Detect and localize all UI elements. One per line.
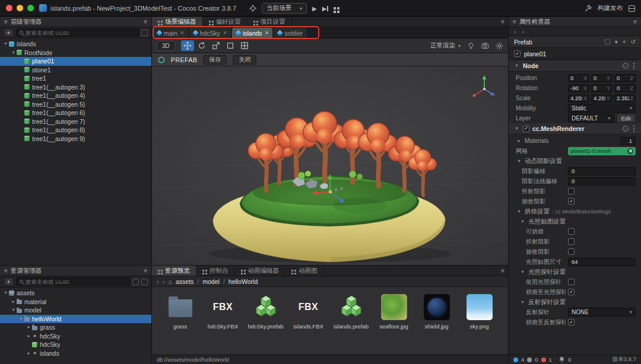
caret-expanded-icon[interactable]	[516, 209, 522, 214]
caret-collapsed-icon[interactable]	[516, 139, 522, 143]
hierarchy-search-input[interactable]	[26, 30, 135, 36]
assets-item-hdcSky[interactable]: hdcSky	[0, 340, 151, 349]
position-z-field[interactable]: 0Z	[614, 74, 636, 82]
lightmap-cast-checkbox[interactable]	[568, 238, 575, 245]
asset-hdcSky-prefab[interactable]: hdcSky.prefab	[246, 293, 285, 353]
assets-item-assets[interactable]: assets	[0, 289, 151, 298]
caret-expanded-icon[interactable]	[513, 63, 520, 68]
caret-collapsed-icon[interactable]	[10, 299, 17, 304]
warn-count-icon[interactable]	[527, 357, 532, 362]
scene-tab-soldier[interactable]: soldier	[274, 28, 307, 38]
menu-icon[interactable]	[144, 267, 147, 274]
tab-project-settings[interactable]: 项目设置	[247, 17, 292, 27]
component-enabled-checkbox[interactable]	[523, 126, 529, 132]
more-icon[interactable]	[633, 128, 635, 130]
reflection-probe-select[interactable]: NONE	[568, 308, 636, 317]
assets-item-helloWorld[interactable]: helloWorld	[0, 315, 151, 324]
hierarchy-item-plane01[interactable]: plane01	[0, 57, 151, 66]
assets-item-model[interactable]: model	[0, 306, 151, 315]
lightmap-section[interactable]: 光照贴图设置	[509, 216, 641, 226]
move-tool-icon[interactable]	[181, 40, 194, 51]
hierarchy-item-tree1-__autogen-4[interactable]: tree1(__autogen 4)	[0, 91, 151, 100]
caret-expanded-icon[interactable]	[519, 219, 526, 224]
assets-item-grass[interactable]: grass	[0, 323, 151, 332]
caret-expanded-icon[interactable]	[516, 159, 522, 164]
more-icon[interactable]	[633, 65, 635, 67]
hierarchy-item-tree1[interactable]: tree1	[0, 74, 151, 83]
hierarchy-item-tree1-__autogen-3[interactable]: tree1(__autogen 3)	[0, 83, 151, 92]
close-tab-icon[interactable]	[223, 30, 227, 36]
caret-expanded-icon[interactable]	[2, 290, 9, 295]
lightmap-size-field[interactable]: 64	[568, 258, 636, 266]
build-publish-button[interactable]: 构建发布	[598, 4, 623, 12]
caret-expanded-icon[interactable]	[10, 50, 17, 55]
menu-icon[interactable]	[501, 18, 504, 25]
node-section-header[interactable]: Node	[509, 60, 641, 72]
assets-item-hdcSky[interactable]: hdcSky	[0, 332, 151, 341]
help-icon[interactable]	[623, 63, 629, 69]
error-count-icon[interactable]	[541, 357, 546, 362]
materials-count-field[interactable]: 1	[620, 137, 636, 145]
filter-icon[interactable]	[141, 30, 148, 36]
hierarchy-item-tree1-__autogen-8[interactable]: tree1(__autogen 8)	[0, 126, 151, 135]
caret-collapsed-icon[interactable]	[26, 351, 32, 356]
lightbulb-icon[interactable]	[467, 42, 475, 50]
tab-animation-editor[interactable]: 动画编辑器	[235, 266, 286, 276]
caret-collapsed-icon[interactable]	[26, 334, 32, 339]
scene-tab-hdcSky[interactable]: hdcSky	[189, 28, 231, 38]
breadcrumb-segment[interactable]: model	[202, 278, 220, 285]
assets-item-islands[interactable]: islands	[0, 349, 151, 358]
caret-expanded-icon[interactable]	[18, 317, 24, 321]
scene-3d-render[interactable]	[152, 66, 508, 265]
hierarchy-item-tree1-__autogen-9[interactable]: tree1(__autogen 9)	[0, 135, 151, 143]
node-active-checkbox[interactable]	[514, 50, 521, 57]
help-icon[interactable]	[623, 126, 629, 132]
cast-shadow-checkbox[interactable]	[568, 188, 575, 194]
window-minimize-button[interactable]	[17, 5, 23, 11]
hierarchy-item-tree1-__autogen-6[interactable]: tree1(__autogen 6)	[0, 108, 151, 117]
position-x-field[interactable]: 0X	[568, 74, 589, 82]
rotation-z-field[interactable]: 0Z	[614, 84, 636, 92]
menu-icon[interactable]	[144, 18, 147, 25]
asset-seafloor-jpg[interactable]: seafloor.jpg	[374, 293, 414, 353]
tab-console[interactable]: 控制台	[196, 266, 235, 276]
close-tab-icon[interactable]	[180, 30, 184, 36]
asset-sky-png[interactable]: sky.png	[459, 293, 499, 353]
rotation-x-field[interactable]: -90X	[568, 84, 589, 92]
use-light-probe-checkbox[interactable]	[568, 279, 575, 285]
hierarchy-item-islands[interactable]: islands	[0, 40, 151, 49]
mobility-select[interactable]: Static	[568, 104, 636, 113]
tab-animation-graph[interactable]: 动画图	[285, 266, 324, 276]
breadcrumb-segment[interactable]: assets	[176, 278, 193, 285]
menu-icon[interactable]	[501, 267, 504, 274]
render-mode-select[interactable]: 正常渲染	[430, 41, 461, 50]
scale-y-field[interactable]: 4.2596Y	[591, 94, 613, 103]
bake-to-light-probe-checkbox[interactable]	[568, 289, 575, 295]
tab-assets-preview[interactable]: 资源预览	[152, 266, 196, 276]
rotation-y-field[interactable]: 0Y	[591, 84, 613, 92]
caret-expanded-icon[interactable]	[10, 308, 17, 312]
hierarchy-item-tree1-__autogen-5[interactable]: tree1(__autogen 5)	[0, 100, 151, 109]
step-frame-button[interactable]	[322, 5, 329, 12]
scene-tab-main[interactable]: main	[153, 28, 188, 38]
prefab-close-button[interactable]: 关闭	[233, 55, 256, 65]
add-icon[interactable]	[623, 39, 626, 45]
asset-grass[interactable]: grass	[160, 293, 200, 353]
reflection-probe-section[interactable]: 反射探针设置	[509, 297, 641, 307]
caret-expanded-icon[interactable]	[2, 41, 9, 46]
info-count-icon[interactable]	[513, 357, 518, 362]
caret-collapsed-icon[interactable]	[26, 325, 32, 330]
history-back-icon[interactable]	[514, 28, 516, 35]
refresh-icon[interactable]	[132, 279, 139, 285]
rect-tool-icon[interactable]	[224, 40, 237, 51]
position-y-field[interactable]: 0Y	[591, 74, 613, 82]
lightmap-receive-checkbox[interactable]	[568, 248, 575, 255]
dynamic-shadow-section[interactable]: 动态阴影设置	[509, 156, 641, 166]
rotate-tool-icon[interactable]	[195, 40, 208, 51]
bakeable-checkbox[interactable]	[568, 228, 575, 235]
shadow-bias-field[interactable]: 0	[568, 167, 636, 175]
hierarchy-item-tree1-__autogen-7[interactable]: tree1(__autogen 7)	[0, 117, 151, 126]
tab-scene-editor[interactable]: 场景编辑器	[152, 17, 203, 27]
collapse-all-icon[interactable]	[141, 279, 148, 285]
scene-tab-islands[interactable]: islands	[232, 28, 273, 38]
